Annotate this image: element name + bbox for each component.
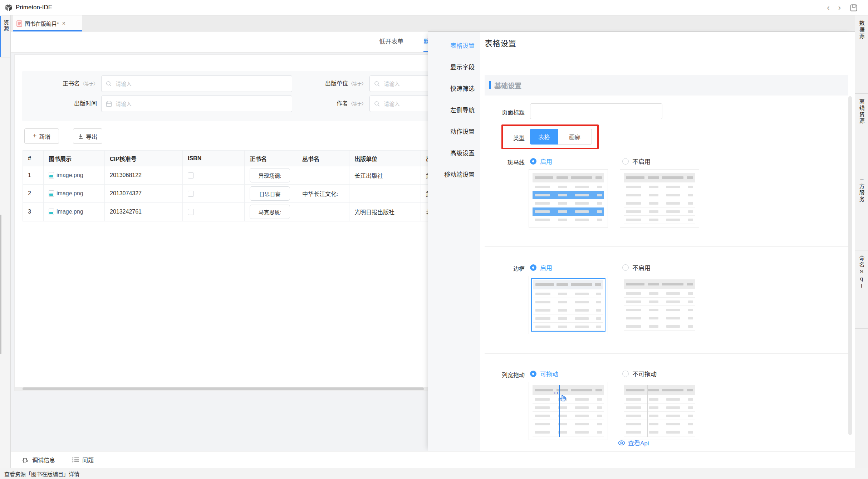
drag-on-preview[interactable]: ↔ bbox=[529, 382, 608, 440]
forward-arrow-icon[interactable]: › bbox=[838, 4, 841, 12]
book-title-button[interactable]: 日思日睿 bbox=[250, 186, 290, 201]
zebra-label: 斑马线 bbox=[480, 158, 525, 166]
publish-date-field[interactable] bbox=[101, 96, 292, 112]
sidebar-item-third-party-services[interactable]: 三方服务 bbox=[855, 172, 868, 250]
title-search-input[interactable] bbox=[115, 80, 288, 87]
drag-off-preview[interactable] bbox=[620, 382, 699, 440]
view-api-link[interactable]: 查看Api bbox=[618, 438, 649, 447]
problems-button[interactable]: 问题 bbox=[72, 455, 94, 464]
image-file-icon bbox=[49, 172, 54, 179]
app-logo-cube-icon bbox=[4, 3, 13, 12]
table-row: 3 image.png 2013242761 马克思恩: 光明日报出版社 北京 bbox=[23, 203, 428, 221]
title-search-field[interactable] bbox=[101, 75, 292, 92]
nav-action-settings[interactable]: 动作设置 bbox=[428, 121, 480, 143]
isbn-checkbox[interactable] bbox=[188, 209, 194, 215]
image-file-icon bbox=[49, 190, 54, 197]
calendar-icon bbox=[106, 101, 112, 107]
page-title-label: 页面标题 bbox=[480, 108, 525, 116]
title-bar: Primeton-IDE ‹ › bbox=[0, 0, 868, 15]
bottom-toolbar: 调试信息 问题 bbox=[11, 451, 855, 468]
table-row: 2 image.png 2013074327 日思日睿 中华长江文化: 武汉 bbox=[23, 185, 428, 203]
col-header-index: # bbox=[23, 151, 44, 166]
table-settings-panel: 表格设置 显示字段 快速筛选 左侧导航 动作设置 高级设置 移动端设置 表格设置… bbox=[428, 31, 855, 451]
debug-info-button[interactable]: 调试信息 bbox=[22, 455, 55, 464]
nav-mobile-settings[interactable]: 移动端设置 bbox=[428, 164, 480, 186]
col-header-cip: CIP核准号 bbox=[105, 151, 183, 166]
border-label: 边框 bbox=[480, 264, 525, 273]
border-off-radio[interactable]: 不启用 bbox=[622, 263, 651, 272]
isbn-checkbox[interactable] bbox=[188, 191, 194, 197]
drag-on-radio[interactable]: 可拖动 bbox=[530, 369, 558, 378]
zebra-off-preview[interactable] bbox=[620, 169, 699, 228]
zebra-on-radio[interactable]: 启用 bbox=[530, 157, 552, 166]
border-on-preview[interactable] bbox=[529, 276, 608, 334]
book-title-button[interactable]: 异现场调: bbox=[250, 168, 290, 182]
tab-low-code-form[interactable]: 低开表单 bbox=[379, 31, 403, 52]
right-sidebar: 数据源 离线资源 三方服务 命名Sql bbox=[855, 15, 868, 468]
nav-table-settings[interactable]: 表格设置 bbox=[428, 35, 480, 57]
zebra-off-radio[interactable]: 不启用 bbox=[622, 157, 651, 166]
sidebar-divider bbox=[0, 58, 11, 58]
status-bar: 查看资源「图书在版编目」详情 bbox=[0, 468, 868, 479]
sidebar-item-offline-resources[interactable]: 离线资源 bbox=[855, 94, 868, 172]
back-arrow-icon[interactable]: ‹ bbox=[827, 4, 829, 12]
type-segmented-control: 表格 画廊 bbox=[530, 129, 592, 145]
col-header-publish: 出版 bbox=[421, 151, 428, 166]
nav-advanced-settings[interactable]: 高级设置 bbox=[428, 143, 480, 164]
type-label: 类型 bbox=[480, 133, 525, 142]
tab-default-view-partial[interactable]: 默 bbox=[423, 31, 428, 52]
sidebar-item-datasource[interactable]: 数据源 bbox=[855, 15, 868, 94]
export-button[interactable]: 导出 bbox=[73, 128, 102, 144]
problems-list-icon bbox=[72, 457, 79, 463]
radio-unselected-icon bbox=[622, 158, 629, 165]
col-header-publisher: 出版单位 bbox=[349, 151, 421, 166]
editor-tab-book-cip[interactable]: 图书在版编目* × bbox=[13, 15, 82, 31]
left-edge-scrollbar[interactable] bbox=[0, 215, 1, 354]
type-option-gallery[interactable]: 画廊 bbox=[558, 129, 592, 145]
border-off-preview[interactable] bbox=[620, 276, 699, 334]
plus-icon: + bbox=[33, 132, 37, 140]
divider bbox=[485, 66, 848, 66]
save-icon[interactable] bbox=[849, 4, 858, 12]
publisher-search-input[interactable] bbox=[383, 80, 428, 87]
radio-selected-icon bbox=[530, 264, 536, 271]
horizontal-scrollbar-thumb[interactable] bbox=[23, 387, 424, 390]
add-button[interactable]: + 新增 bbox=[24, 128, 59, 144]
publisher-search-field[interactable] bbox=[369, 75, 428, 92]
book-title-button[interactable]: 马克思恩: bbox=[250, 205, 290, 219]
status-text: 查看资源「图书在版编目」详情 bbox=[4, 470, 79, 478]
settings-nav: 表格设置 显示字段 快速筛选 左侧导航 动作设置 高级设置 移动端设置 bbox=[428, 32, 480, 451]
drag-off-radio[interactable]: 不可拖动 bbox=[622, 369, 657, 378]
radio-unselected-icon bbox=[622, 371, 629, 377]
border-on-radio[interactable]: 启用 bbox=[530, 263, 552, 272]
zebra-on-preview[interactable] bbox=[529, 169, 608, 228]
left-sidebar-active-indicator bbox=[0, 16, 1, 57]
debug-bug-icon bbox=[22, 456, 29, 463]
primeton-ide-window: Primeton-IDE ‹ › 资源 数据源 离线资源 三方服务 命名Sql bbox=[0, 0, 868, 479]
author-search-field[interactable] bbox=[369, 96, 428, 112]
hand-cursor-icon bbox=[560, 395, 566, 404]
app-title: Primeton-IDE bbox=[16, 4, 52, 11]
table-row: 1 image.png 2013068122 异现场调: 长江出版社 武汉 bbox=[23, 166, 428, 185]
field-label-publish-date: 出版时间 bbox=[22, 96, 98, 112]
section-basic-settings: 基础设置 bbox=[485, 75, 848, 96]
radio-selected-icon bbox=[530, 158, 536, 165]
panel-scrollbar-thumb[interactable] bbox=[848, 96, 852, 435]
page-title-input[interactable] bbox=[530, 103, 662, 119]
nav-display-fields[interactable]: 显示字段 bbox=[428, 57, 480, 78]
author-search-input[interactable] bbox=[383, 101, 428, 107]
type-option-table[interactable]: 表格 bbox=[530, 129, 558, 145]
eye-icon bbox=[618, 440, 625, 445]
close-icon[interactable]: × bbox=[62, 20, 65, 27]
radio-unselected-icon bbox=[622, 264, 629, 271]
nav-quick-filter[interactable]: 快速筛选 bbox=[428, 78, 480, 100]
divider bbox=[485, 353, 848, 354]
sidebar-item-resources[interactable]: 资源 bbox=[2, 20, 10, 32]
nav-left-navigation[interactable]: 左侧导航 bbox=[428, 100, 480, 121]
isbn-checkbox[interactable] bbox=[188, 172, 194, 179]
page-card: 正书名〈等于〉 出版单位〈等于〉 出版时间 bbox=[14, 54, 428, 391]
horizontal-scrollbar-track bbox=[15, 387, 428, 391]
publish-date-input[interactable] bbox=[115, 101, 288, 107]
sidebar-item-named-sql[interactable]: 命名Sql bbox=[855, 250, 868, 329]
form-preview-area: 低开表单 默 正书名〈等于〉 出版单位〈等于〉 bbox=[11, 31, 428, 451]
